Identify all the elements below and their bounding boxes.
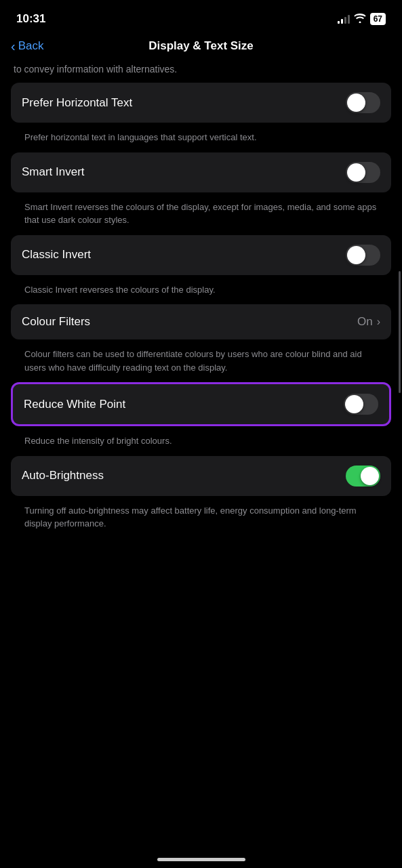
settings-list: Prefer Horizontal Text Prefer horizontal… (0, 83, 402, 552)
scroll-hint-text: to convey information with alternatives. (0, 61, 402, 83)
toggle-thumb (347, 94, 365, 112)
toggle-thumb (345, 395, 363, 413)
auto-brightness-toggle[interactable] (346, 466, 380, 487)
back-label: Back (18, 39, 44, 53)
colour-filters-description: Colour filters can be used to differenti… (11, 345, 391, 382)
battery-level: 67 (374, 14, 382, 24)
colour-filters-card: Colour Filters On › (11, 304, 391, 339)
nav-header: ‹ Back Display & Text Size (0, 34, 402, 61)
classic-invert-card: Classic Invert (11, 235, 391, 275)
classic-invert-label: Classic Invert (22, 248, 91, 262)
smart-invert-card: Smart Invert (11, 152, 391, 192)
reduce-white-point-description: Reduce the intensity of bright colours. (11, 432, 391, 456)
page-title: Display & Text Size (148, 39, 254, 53)
prefer-horizontal-text-card: Prefer Horizontal Text (11, 83, 391, 123)
smart-invert-label: Smart Invert (22, 165, 85, 179)
smart-invert-row[interactable]: Smart Invert (11, 152, 391, 192)
chevron-right-icon: › (377, 316, 380, 328)
classic-invert-toggle[interactable] (346, 245, 380, 266)
reduce-white-point-label: Reduce White Point (24, 398, 125, 411)
colour-filters-row[interactable]: Colour Filters On › (11, 304, 391, 339)
colour-filters-value: On › (357, 315, 380, 329)
back-button[interactable]: ‹ Back (11, 39, 43, 53)
reduce-white-point-card: Reduce White Point (11, 382, 391, 426)
auto-brightness-description: Turning off auto-brightness may affect b… (11, 501, 391, 539)
smart-invert-toggle[interactable] (346, 162, 380, 183)
classic-invert-description: Classic Invert reverses the colours of t… (11, 281, 391, 305)
auto-brightness-row[interactable]: Auto-Brightness (11, 456, 391, 496)
toggle-thumb (347, 163, 365, 182)
toggle-thumb (347, 246, 365, 264)
auto-brightness-label: Auto-Brightness (22, 469, 104, 482)
prefer-horizontal-text-label: Prefer Horizontal Text (22, 96, 132, 110)
colour-filters-label: Colour Filters (22, 315, 90, 329)
auto-brightness-card: Auto-Brightness (11, 456, 391, 496)
reduce-white-point-row[interactable]: Reduce White Point (13, 384, 389, 424)
prefer-horizontal-text-toggle[interactable] (346, 92, 380, 113)
wifi-icon (354, 14, 366, 25)
status-time: 10:31 (16, 12, 45, 26)
classic-invert-row[interactable]: Classic Invert (11, 235, 391, 275)
smart-invert-description: Smart Invert reverses the colours of the… (11, 198, 391, 235)
colour-filters-status: On (357, 315, 373, 329)
prefer-horizontal-text-description: Prefer horizontal text in languages that… (11, 128, 391, 152)
home-indicator (157, 858, 245, 861)
status-bar: 10:31 67 (0, 0, 402, 34)
back-chevron-icon: ‹ (11, 39, 16, 53)
toggle-thumb (361, 467, 379, 485)
battery-icon: 67 (370, 13, 386, 25)
status-icons: 67 (338, 13, 386, 25)
reduce-white-point-toggle[interactable] (344, 394, 378, 415)
scrollbar[interactable] (399, 271, 401, 393)
signal-icon (338, 14, 350, 24)
prefer-horizontal-text-row[interactable]: Prefer Horizontal Text (11, 83, 391, 123)
